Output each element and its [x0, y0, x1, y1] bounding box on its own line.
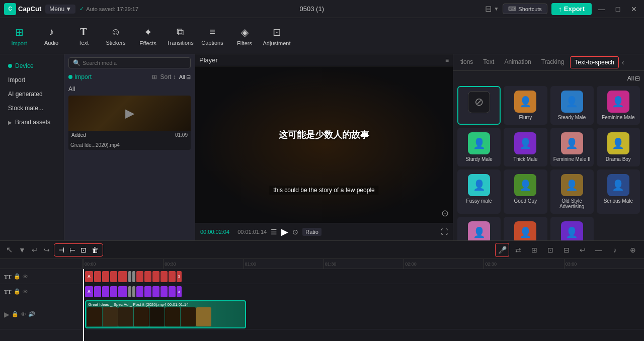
shortcuts-button[interactable]: ⌨ Shortcuts — [503, 4, 547, 14]
voice-feminine-male[interactable]: 👤 Feminine Male — [597, 86, 640, 125]
playhead[interactable] — [83, 269, 84, 341]
search-box[interactable]: 🔍 — [68, 57, 191, 68]
toolbar-captions[interactable]: ≡ Captions — [197, 20, 227, 52]
track-lock-2[interactable]: 🔒 — [12, 311, 19, 317]
tl-magnet-button[interactable]: ⊞ — [527, 243, 541, 257]
voice-good-guy[interactable]: 👤 Good Guy — [504, 169, 547, 214]
grid-view-button[interactable]: ⊞ — [152, 73, 157, 80]
player-menu-icon[interactable]: ≡ — [445, 57, 449, 64]
voice-feminine-male-avatar: 👤 — [607, 91, 629, 113]
tl-record-button[interactable]: 🎤 — [495, 243, 509, 257]
adjustment-icon: ⊡ — [273, 26, 281, 38]
left-item-brand-assets[interactable]: ▶ Brand assets — [2, 116, 62, 129]
track-label-2: ▶ 🔒 👁 🔊 — [0, 299, 83, 329]
voice-fussy-male[interactable]: 👤 Fussy male — [457, 169, 501, 214]
track-lock-0[interactable]: 🔒 — [14, 273, 21, 280]
left-item-device[interactable]: Device — [2, 59, 62, 72]
toolbar-import[interactable]: ⊞ Import — [4, 20, 34, 52]
sort-button[interactable]: Sort ↕ — [160, 73, 176, 80]
tl-zoom-out-button[interactable]: — — [592, 243, 606, 257]
voice-flurry[interactable]: 👤 Flurry — [504, 86, 547, 125]
toolbar-audio[interactable]: ♪ Audio — [36, 20, 66, 52]
track-eye-2[interactable]: 👁 — [21, 311, 26, 317]
track-audio-2[interactable]: 🔊 — [28, 311, 35, 317]
ratio-button[interactable]: Ratio — [302, 228, 321, 236]
voice-feminine-male2[interactable]: 👤 Feminine Male II — [550, 128, 594, 166]
tl-center-button[interactable]: ⊟ — [559, 243, 574, 257]
volume-button[interactable]: ⊙ — [292, 228, 298, 236]
voice-old-style[interactable]: 👤 Old Style Advertising — [550, 169, 594, 214]
layout-switcher[interactable]: ⊟ ▼ — [485, 4, 499, 14]
tl-split-button[interactable]: ⊢ — [67, 245, 77, 255]
voice-flurry-avatar: 👤 — [514, 91, 536, 113]
tl-replace-button[interactable]: ↩ — [576, 243, 590, 257]
play-button[interactable]: ▶ — [281, 226, 288, 237]
tl-cursor-button[interactable]: ↖ — [4, 244, 15, 255]
video-thumb-3 — [134, 307, 149, 326]
voice-cute-boy[interactable]: 👤 Cute Boy — [457, 217, 501, 240]
ruler-mark-0: 00:00 — [83, 259, 163, 269]
toolbar-text[interactable]: T Text — [68, 20, 99, 52]
tl-delete-button[interactable]: 🗑 — [90, 245, 101, 255]
media-content: All ▶ Added 01:09 Great Ide...2020).mp4 — [64, 82, 195, 240]
tl-split-left-button[interactable]: ⊣ — [56, 245, 66, 255]
tl-link-button[interactable]: ⇄ — [511, 243, 525, 257]
tl-zoom-in-button[interactable]: ⊕ — [626, 243, 640, 257]
export-button[interactable]: ↑ Export — [551, 3, 592, 15]
voice-sturdy-male[interactable]: 👤 Sturdy Male — [457, 128, 501, 166]
track-eye-0[interactable]: 👁 — [23, 274, 28, 280]
tl-redo-button[interactable]: ↪ — [42, 245, 52, 255]
toolbar-adjustment[interactable]: ⊡ Adjustment — [262, 20, 292, 52]
tts-content: All ⊟ ⊘ 👤 Flurry — [453, 71, 644, 240]
time-current: 00:00:02:04 — [200, 229, 229, 235]
search-input[interactable] — [83, 60, 186, 66]
tab-tions[interactable]: tions — [455, 54, 478, 70]
voice-energetic-male[interactable]: 👤 Energetic Male — [504, 217, 547, 240]
voice-serious-male[interactable]: 👤 Serious Male — [597, 169, 640, 214]
tl-arrow-button[interactable]: ▼ — [17, 245, 28, 255]
left-item-ai-generated[interactable]: AI generated — [2, 88, 62, 101]
tab-arrow-icon[interactable]: ‹ — [620, 54, 626, 70]
voice-charming-male[interactable]: 👤 Charming Male — [550, 217, 594, 240]
maximize-button[interactable]: □ — [612, 4, 624, 14]
toolbar-stickers[interactable]: ☺ Stickers — [101, 20, 131, 52]
voice-old-style-avatar: 👤 — [561, 174, 583, 196]
tts-filter: All ⊟ — [457, 75, 640, 82]
minimize-button[interactable]: — — [596, 4, 608, 14]
ruler-spacer — [0, 259, 83, 269]
voice-steady-male[interactable]: 👤 Steady Male — [550, 86, 594, 125]
track-lock-1[interactable]: 🔒 — [14, 288, 21, 295]
fullscreen-button[interactable]: ⛶ — [441, 228, 448, 236]
settings-overlay-icon[interactable]: ⊙ — [441, 208, 449, 219]
tl-undo-button[interactable]: ↩ — [30, 245, 40, 255]
tab-text[interactable]: Text — [478, 54, 499, 70]
tab-tracking[interactable]: Tracking — [536, 54, 570, 70]
close-button[interactable]: ✕ — [628, 4, 640, 14]
toolbar-transitions[interactable]: ⧉ Transitions — [165, 20, 195, 52]
track-eye-1[interactable]: 👁 — [23, 289, 28, 295]
left-item-import[interactable]: Import — [2, 73, 62, 87]
player-panel: Player ≡ 这可能是少数人的故事 this could be the st… — [195, 54, 453, 240]
tab-animation[interactable]: Animation — [499, 54, 536, 70]
toolbar-filters[interactable]: ◈ Filters — [229, 20, 260, 52]
brand-assets-arrow: ▶ — [8, 120, 12, 125]
tl-split-right-button[interactable]: ⊡ — [78, 245, 89, 255]
all-filter[interactable]: All ⊟ — [179, 74, 191, 80]
tl-audio-button[interactable]: ♪ — [608, 243, 622, 257]
import-button[interactable]: Import — [68, 73, 92, 80]
timeline-toolbar: ↖ ▼ ↩ ↪ ⊣ ⊢ ⊡ 🗑 🎤 ⇄ ⊞ ⊡ ⊟ ↩ — ♪ ⊕ — [0, 241, 644, 259]
voice-none[interactable]: ⊘ — [457, 86, 501, 125]
left-item-stock-mate[interactable]: Stock mate... — [2, 102, 62, 115]
voice-drama-boy[interactable]: 👤 Drama Boy — [597, 128, 640, 166]
voice-thick-male[interactable]: 👤 Thick Male — [504, 128, 547, 166]
media-item-0[interactable]: ▶ Added 01:09 Great Ide...2020).mp4 — [68, 96, 191, 150]
toolbar-effects[interactable]: ✦ Effects — [133, 20, 163, 52]
tl-fit-button[interactable]: ⊡ — [543, 243, 557, 257]
voice-drama-boy-label: Drama Boy — [599, 156, 637, 162]
video-strip[interactable]: Great Ideas _ Spec Ad _ Post-it (2020).m… — [85, 300, 246, 328]
tab-tts[interactable]: Text-to-speech — [570, 56, 619, 68]
all-voices-button[interactable]: All ⊟ — [627, 75, 640, 82]
list-view-button[interactable]: ☰ — [271, 228, 277, 236]
menu-button[interactable]: Menu ▼ — [45, 5, 75, 14]
text-chip-sep — [128, 286, 131, 297]
